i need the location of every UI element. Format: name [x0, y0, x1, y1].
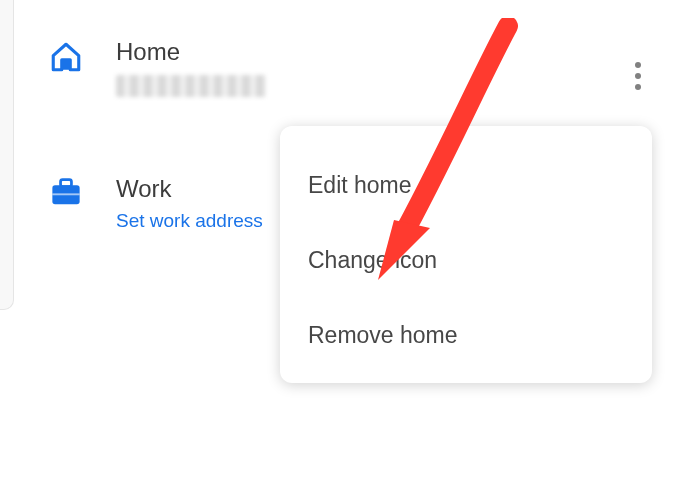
place-title: Home — [116, 38, 266, 67]
svg-rect-2 — [61, 180, 72, 187]
home-icon — [46, 38, 86, 74]
place-row-home[interactable]: Home — [0, 0, 680, 97]
more-vertical-icon — [635, 62, 641, 68]
context-menu: Edit home Change icon Remove home — [280, 126, 652, 383]
menu-item-edit-home[interactable]: Edit home — [280, 148, 652, 223]
set-work-address-link[interactable]: Set work address — [116, 210, 263, 232]
place-text-col: Work Set work address — [116, 175, 263, 232]
place-text-col: Home — [116, 38, 266, 97]
menu-item-change-icon[interactable]: Change icon — [280, 223, 652, 298]
more-options-button[interactable] — [624, 56, 652, 96]
place-title: Work — [116, 175, 263, 204]
home-address-redacted — [116, 75, 266, 97]
menu-item-remove-home[interactable]: Remove home — [280, 298, 652, 373]
svg-rect-3 — [52, 193, 79, 195]
briefcase-icon — [46, 175, 86, 207]
svg-rect-0 — [62, 60, 71, 70]
